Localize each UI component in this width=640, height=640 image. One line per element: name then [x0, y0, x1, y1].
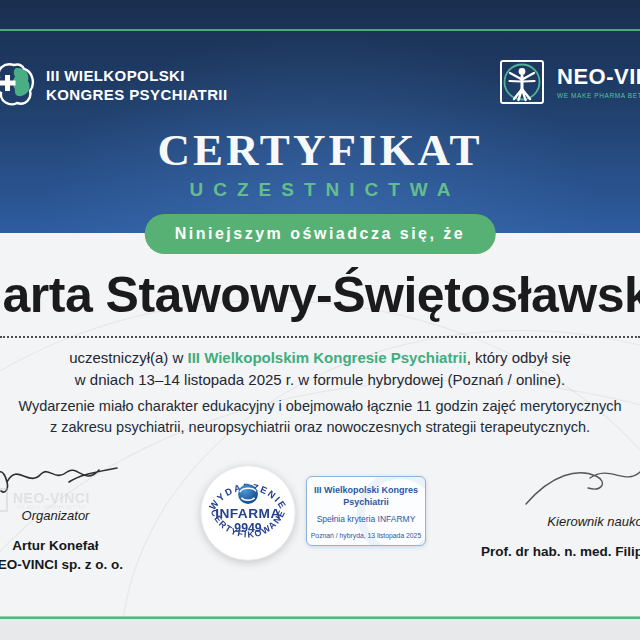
event-criteria-badge: III Wielkopolski Kongres Psychiatrii Spe… [306, 476, 426, 546]
organizer-signature [0, 458, 131, 504]
certificate-subtitle: UCZESTNICTWA [0, 179, 640, 201]
header-banner: III WIELKOPOLSKI KONGRES PSYCHIATRII NEO… [0, 0, 640, 233]
neovinci-logo: NEO-VINCI WE MAKE PHARMA BETTER [498, 58, 640, 106]
scientific-director-signature [516, 460, 640, 510]
top-accent-line [0, 29, 640, 31]
bottom-margin-strip [0, 619, 640, 640]
congress-logo: III WIELKOPOLSKI KONGRES PSYCHIATRII [0, 60, 228, 110]
description-paragraph: Wydarzenie miało charakter edukacyjny i … [0, 396, 640, 438]
scientific-director-name: Prof. dr hab. n. med. Filip Rybakowski [468, 544, 640, 559]
infarma-certified-badge: WYDARZENIE INFARMA 9949 CERTYFIKOWANE [196, 461, 300, 565]
event-badge-title: III Wielkopolski Kongres Psychiatrii [307, 485, 425, 508]
congress-name-highlight: III Wielkopolskim Kongresie Psychiatrii [188, 349, 467, 366]
organizer-name: Artur Konefał [0, 538, 173, 553]
congress-logo-line1: III WIELKOPOLSKI [46, 67, 185, 84]
event-badge-title-line2: Psychiatrii [343, 497, 389, 507]
statement-pill: Niniejszym oświadcza się, że [145, 214, 496, 254]
infarma-badge-name: INFARMA [215, 506, 281, 521]
description-line1: Wydarzenie miało charakter edukacyjny i … [18, 398, 621, 414]
participation-suffix: , który odbył się [467, 349, 571, 366]
event-badge-criteria: Spełnia kryteria INFARMY [307, 514, 425, 524]
event-badge-title-line1: III Wielkopolski Kongres [314, 485, 418, 495]
neovinci-text: NEO-VINCI WE MAKE PHARMA BETTER [557, 65, 640, 98]
neovinci-name: NEO-VINCI [557, 65, 640, 89]
certificate-title: CERTYFIKAT [0, 124, 640, 176]
congress-logo-line2: KONGRES PSYCHIATRII [46, 86, 228, 103]
neovinci-tagline: WE MAKE PHARMA BETTER [557, 92, 640, 99]
participation-line2: w dniach 13–14 listopada 2025 r. w formu… [75, 371, 565, 388]
vitruvian-man-icon [498, 58, 546, 106]
participation-paragraph: uczestniczył(a) w III Wielkopolskim Kong… [0, 347, 640, 391]
description-line2: z zakresu psychiatrii, neuropsychiatrii … [50, 419, 590, 435]
brain-cross-icon [0, 60, 38, 110]
organizer-block: ✦ NEO-VINCI WE MAKE PHARMA BETTER Organi… [0, 458, 173, 572]
scientific-director-block: Kierownik naukowy Prof. dr hab. n. med. … [468, 460, 640, 559]
event-badge-details: Poznań / hybryda, 13 listopada 2025 [307, 532, 425, 539]
certificate: III WIELKOPOLSKI KONGRES PSYCHIATRII NEO… [0, 0, 640, 640]
dotted-divider [0, 336, 640, 338]
participation-prefix: uczestniczył(a) w [69, 349, 187, 366]
organizer-company: NEO-VINCI sp. z o. o. [0, 557, 173, 572]
organizer-role: Organizator [0, 508, 173, 523]
scientific-director-role: Kierownik naukowy [468, 514, 640, 529]
recipient-name: Marta Stawowy-Świętosławska [0, 266, 640, 324]
congress-logo-text: III WIELKOPOLSKI KONGRES PSYCHIATRII [46, 66, 228, 105]
